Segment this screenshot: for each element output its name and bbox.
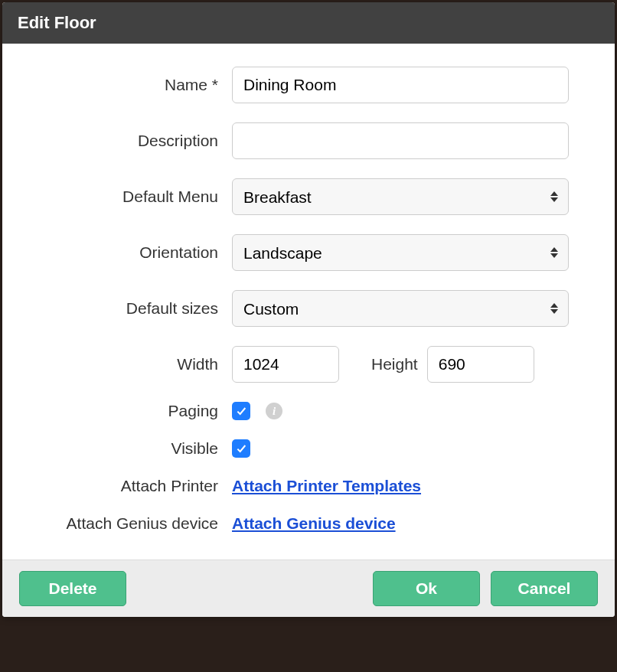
default-sizes-select[interactable]: Custom	[232, 290, 569, 327]
cancel-button[interactable]: Cancel	[491, 571, 598, 606]
description-input[interactable]	[232, 122, 569, 159]
name-label: Name *	[25, 76, 232, 94]
attach-genius-link[interactable]: Attach Genius device	[232, 514, 396, 533]
name-row: Name *	[25, 67, 569, 103]
default-menu-row: Default Menu Breakfast	[25, 178, 569, 215]
default-sizes-row: Default sizes Custom	[25, 290, 569, 327]
dialog-footer: Delete Ok Cancel	[2, 559, 615, 617]
attach-genius-row: Attach Genius device Attach Genius devic…	[25, 514, 569, 533]
footer-spacer	[137, 571, 362, 606]
attach-printer-label: Attach Printer	[25, 477, 232, 495]
orientation-row: Orientation Landscape	[25, 234, 569, 271]
info-icon[interactable]: i	[266, 403, 282, 419]
dialog-title: Edit Floor	[2, 2, 615, 44]
attach-printer-link[interactable]: Attach Printer Templates	[232, 477, 421, 495]
name-input[interactable]	[232, 67, 569, 103]
description-row: Description	[25, 122, 569, 159]
paging-label: Paging	[25, 402, 232, 420]
default-sizes-label: Default sizes	[25, 299, 232, 318]
height-label: Height	[371, 355, 418, 374]
paging-row: Paging i	[25, 402, 569, 420]
paging-checkbox[interactable]	[232, 402, 250, 420]
edit-floor-dialog: Edit Floor Name * Description Default Me…	[2, 2, 615, 617]
default-menu-label: Default Menu	[25, 188, 232, 206]
default-menu-select[interactable]: Breakfast	[232, 178, 569, 215]
visible-row: Visible	[25, 439, 569, 458]
width-label: Width	[25, 355, 232, 374]
ok-button[interactable]: Ok	[373, 571, 480, 606]
orientation-select[interactable]: Landscape	[232, 234, 569, 271]
visible-label: Visible	[25, 439, 232, 458]
height-input[interactable]	[427, 346, 534, 383]
dialog-body: Name * Description Default Menu Breakfas…	[2, 44, 615, 559]
attach-printer-row: Attach Printer Attach Printer Templates	[25, 477, 569, 495]
width-input[interactable]	[232, 346, 339, 383]
attach-genius-label: Attach Genius device	[25, 514, 232, 533]
visible-checkbox[interactable]	[232, 439, 250, 458]
orientation-label: Orientation	[25, 243, 232, 262]
description-label: Description	[25, 132, 232, 150]
delete-button[interactable]: Delete	[19, 571, 126, 606]
dimensions-row: Width Height	[25, 346, 569, 383]
